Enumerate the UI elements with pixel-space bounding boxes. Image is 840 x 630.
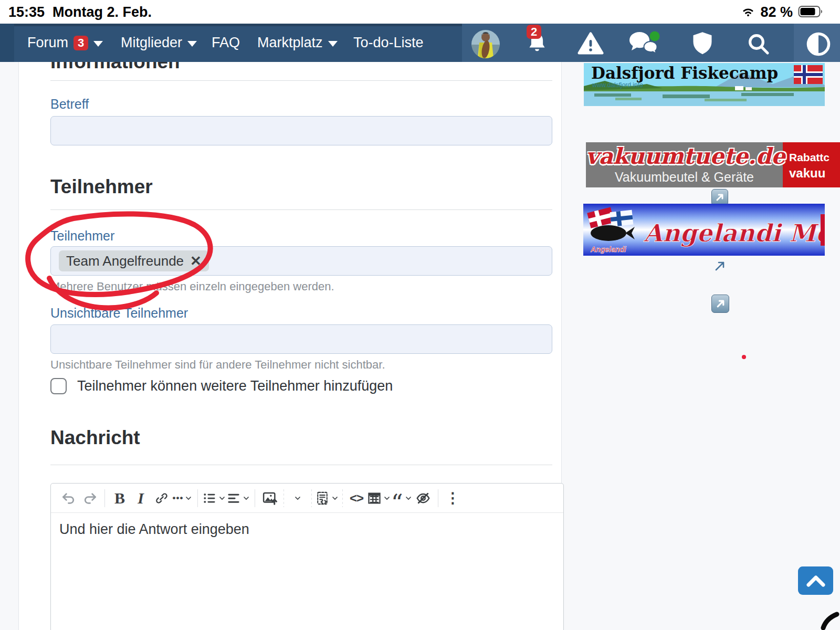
more-text-options-button[interactable]: ••• [172,488,193,509]
unsichtbare-teilnehmer-label: Unsichtbare Teilnehmer [50,306,188,321]
quote-button[interactable]: “ [391,488,413,509]
nav-item-label: To-do-Liste [353,35,424,51]
unsichtbare-teilnehmer-input[interactable] [50,324,552,354]
forum-count-badge: 3 [74,36,88,50]
bold-button[interactable]: B [109,488,130,509]
add-participants-checkbox-label: Teilnehmer können weitere Teilnehmer hin… [77,378,393,394]
ad-angelandi-title: Angelandi Meeresshop [643,219,825,247]
section-divider [50,465,552,465]
list-button[interactable] [202,488,226,509]
section-heading-teilnehmer: Teilnehmer [50,176,153,198]
undo-icon[interactable] [58,488,79,509]
nav-item-todo-liste[interactable]: To-do-Liste [353,24,424,62]
ad-banner-vakuumtuete[interactable]: vakuumtuete.de Vakuumbeutel & Geräte Rab… [586,142,840,187]
ad-angelandi-logo-text: Angelandi [590,245,627,254]
main-nav-bar: Forum 3 Mitglieder FAQ Marktplatz To-do-… [0,24,840,62]
chevron-down-icon [404,494,413,502]
nav-item-marktplatz[interactable]: Marktplatz [257,24,338,62]
more-dots: ••• [173,493,184,503]
battery-icon [798,5,823,20]
image-options-button[interactable] [287,488,308,509]
chevron-down-icon [331,494,339,502]
wifi-icon [740,5,756,20]
section-divider [50,80,552,81]
ad-vakuum-promo: Rabattc vakuu [783,142,840,187]
participant-tag[interactable]: Team Angelfreunde ✕ [59,250,209,271]
ad-banner-dalsfjord[interactable]: Dalsfjord Fiskecamp www.dalsfjord.info [584,63,825,106]
nav-item-forum[interactable]: Forum 3 [27,24,103,62]
external-arrow-icon[interactable] [714,260,726,274]
battery-percent: 82 % [760,4,793,20]
ad-dalsfjord-url: www.dalsfjord.info [592,81,643,89]
link-icon[interactable] [151,488,172,509]
corner-scribble-mark [820,610,840,630]
form-column: Informationen Betreff Teilnehmer Teilneh… [18,24,562,630]
teilnehmer-label: Teilnehmer [50,228,114,244]
code-block-icon[interactable] [315,488,339,509]
nav-item-faq[interactable]: FAQ [212,24,240,62]
toolbar-divider-dashed [284,489,284,507]
ad-dalsfjord-title: Dalsfjord Fiskecamp [591,64,778,82]
caret-down-icon [328,41,338,47]
status-time: 15:35 [8,4,45,20]
toolbar-divider [255,489,255,507]
spoiler-eye-slash-icon[interactable] [413,488,434,509]
scroll-to-top-button[interactable] [798,566,833,595]
chevron-down-icon [383,494,391,502]
ad-vakuum-promo-line1: Rabattc [789,150,840,165]
toolbar-divider [438,489,438,507]
search-icon[interactable] [746,31,771,58]
nav-item-label: Marktplatz [257,35,323,51]
ad-vakuum-title: vakuumtuete.de [586,143,783,169]
alignment-button[interactable] [226,488,250,509]
chevron-down-icon [293,494,302,502]
external-link-icon[interactable] [711,295,729,313]
image-upload-icon[interactable] [259,488,280,509]
chevron-down-icon [242,494,250,502]
betreff-label: Betreff [50,97,89,112]
teilnehmer-helper-text: Mehrere Benutzer müssen einzeln eingegeb… [50,280,334,293]
ad-vakuum-subtitle: Vakuumbeutel & Geräte [586,170,783,185]
finnish-flag-icon [610,210,634,227]
nav-item-label: FAQ [212,35,240,51]
red-dot-mark [742,355,746,359]
status-date: Montag 2. Feb. [52,4,152,20]
inline-code-button[interactable]: <> [346,488,367,509]
section-heading-nachricht: Nachricht [50,427,140,449]
conversations-icon[interactable] [628,31,660,59]
notification-count-badge: 2 [527,25,541,39]
toolbar-overflow-button[interactable]: ⋮ [443,488,464,509]
user-avatar[interactable] [471,30,500,60]
nav-item-mitglieder[interactable]: Mitglieder [121,24,197,62]
chevron-down-icon [218,494,226,502]
message-editor[interactable]: B I ••• [50,483,564,630]
caret-down-icon [187,41,197,47]
moderation-warning-icon[interactable] [578,32,604,57]
shield-icon[interactable] [691,31,713,58]
unsichtbare-helper-text: Unsichtbare Teilnehmer sind für andere T… [50,358,385,372]
table-icon[interactable] [367,488,391,509]
contrast-theme-icon[interactable] [805,31,832,59]
toolbar-divider-dashed [342,489,343,507]
quote-glyph: “ [391,500,403,506]
italic-button[interactable]: I [130,488,151,509]
nav-item-label: Mitglieder [121,35,182,51]
toolbar-divider [197,489,198,507]
add-participants-checkbox[interactable] [50,378,67,394]
toolbar-divider [104,489,105,507]
nav-item-label: Forum [27,35,68,51]
betreff-input[interactable] [50,116,552,145]
ad-vakuum-promo-line2: vakuu [789,165,840,181]
teilnehmer-input[interactable]: Team Angelfreunde ✕ [50,246,552,276]
add-participants-checkbox-row: Teilnehmer können weitere Teilnehmer hin… [50,378,393,394]
editor-toolbar: B I ••• [51,484,563,513]
editor-text[interactable]: Und hier die Antwort eingeben [59,521,249,538]
chevron-up-icon [805,574,826,587]
toolbar-divider-dashed [311,489,312,507]
nav-left-strip [0,24,14,62]
redo-icon[interactable] [79,488,100,509]
ad-banner-angelandi[interactable]: Angelandi Angelandi Meeresshop [583,204,825,256]
caret-down-icon [93,41,103,47]
remove-tag-icon[interactable]: ✕ [190,253,202,269]
norway-flag-icon [794,65,823,84]
